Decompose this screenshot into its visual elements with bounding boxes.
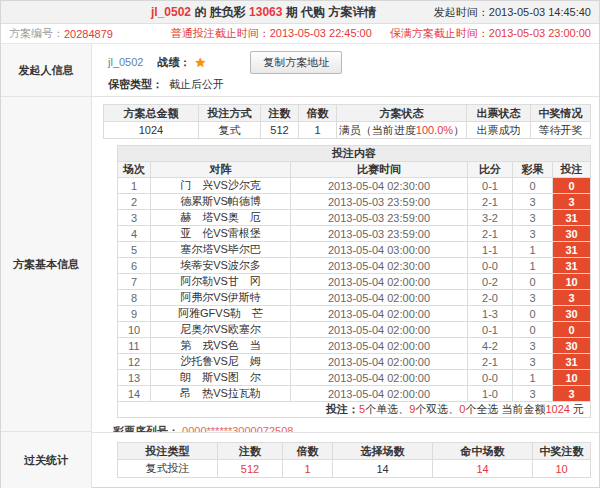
cell-time: 2013-05-04 02:00:00 — [291, 338, 468, 354]
bet-summary: 投注：5个单选、9个双选、0个全选 当前金额1024 元 — [118, 402, 591, 418]
cell-bet-count: 512 — [218, 460, 283, 478]
secrecy-type-value: 截止后公开 — [169, 77, 224, 92]
cell-seq: 3 — [118, 210, 151, 226]
cell-result: 3 — [513, 290, 553, 306]
issue-number: 13063 — [249, 5, 282, 19]
bet-content-title: 投注内容 — [118, 146, 591, 162]
cell-score: 0-1 — [468, 178, 513, 194]
table-header-row: 场次 对阵 比赛时间 比分 彩果 投注 — [118, 162, 591, 178]
cell-result: 0 — [513, 178, 553, 194]
table-row: 4亚 伦VS雷根堡2013-05-03 23:59:002-1330 — [118, 226, 591, 242]
cell-score: 2-1 — [468, 354, 513, 370]
cell-score: 0-1 — [468, 322, 513, 338]
cell-ticket-status: 出票成功 — [467, 122, 531, 139]
cell-bet: 31 — [553, 210, 591, 226]
cell-time: 2013-05-03 23:59:00 — [291, 194, 468, 210]
cell-score: 0-0 — [468, 258, 513, 274]
cell-match: 赫 塔VS奥 厄 — [151, 210, 291, 226]
cell-match: 埃蒂安VS波尔多 — [151, 258, 291, 274]
cell-result: 3 — [513, 338, 553, 354]
cell-time: 2013-05-04 03:00:00 — [291, 242, 468, 258]
header-match-time: 比赛时间 — [291, 162, 468, 178]
bet-rows: 1门 兴VS沙尔克2013-05-04 02:30:000-1002德累斯VS帕… — [118, 178, 591, 402]
cell-result: 3 — [513, 194, 553, 210]
cell-multiple: 1 — [283, 460, 333, 478]
cell-bet-type: 复式投注 — [118, 460, 218, 478]
cell-time: 2013-05-04 02:00:00 — [291, 274, 468, 290]
table-row: 9阿雅GFVS勒 芒2013-05-04 02:00:001-3030 — [118, 306, 591, 322]
status-text: 满员（当前进度 — [339, 124, 416, 136]
cell-time: 2013-05-04 02:30:00 — [291, 178, 468, 194]
scheme-info-bar: 方案编号： 20284879 普通投注截止时间：2013-05-03 22:45… — [1, 24, 599, 44]
amount-suffix: 元 — [570, 403, 584, 415]
header-hit-matches: 命中场数 — [433, 443, 533, 460]
basic-info-section: 方案总金额 投注方式 注数 倍数 方案状态 出票状态 中奖情况 1024 复式 … — [92, 97, 599, 432]
cell-seq: 6 — [118, 258, 151, 274]
cell-score: 1-0 — [468, 386, 513, 402]
cell-result: 1 — [513, 370, 553, 386]
cell-bet-count: 512 — [261, 122, 299, 139]
cell-score: 0-2 — [468, 274, 513, 290]
header-match-seq: 场次 — [118, 162, 151, 178]
table-row: 1门 兴VS沙尔克2013-05-04 02:30:000-100 — [118, 178, 591, 194]
table-summary-row: 投注：5个单选、9个双选、0个全选 当前金额1024 元 — [118, 402, 591, 418]
pass-stats-table: 投注类型 注数 倍数 选择场数 命中场数 中奖注数 复式投注 512 1 14 — [117, 442, 591, 478]
table-header-row: 方案总金额 投注方式 注数 倍数 方案状态 出票状态 中奖情况 — [104, 105, 591, 122]
cell-scheme-status: 满员（当前进度100.0%） — [337, 122, 467, 139]
cell-seq: 1 — [118, 178, 151, 194]
cell-bet: 10 — [553, 370, 591, 386]
cell-hit-matches: 14 — [433, 460, 533, 478]
pass-stats-section: 投注类型 注数 倍数 选择场数 命中场数 中奖注数 复式投注 512 1 14 — [92, 432, 599, 488]
cell-bet: 31 — [553, 354, 591, 370]
copy-scheme-url-button[interactable]: 复制方案地址 — [250, 51, 342, 74]
cell-match: 阿弗尔VS伊斯特 — [151, 290, 291, 306]
table-header-row: 投注类型 注数 倍数 选择场数 命中场数 中奖注数 — [118, 443, 591, 460]
table-row: 12沙托鲁VS尼 姆2013-05-04 02:00:002-1331 — [118, 354, 591, 370]
cell-seq: 4 — [118, 226, 151, 242]
cell-time: 2013-05-04 02:00:00 — [291, 322, 468, 338]
scheme-number: 20284879 — [64, 28, 113, 40]
page-title: jl_0502 的 胜负彩 13063 期 代购 方案详情 — [151, 4, 376, 21]
cell-match: 阿尔勒VS甘 冈 — [151, 274, 291, 290]
start-time: 发起时间：2013-05-03 14:45:40 — [434, 5, 599, 20]
ticket-serial-line: 彩票序列号： 0000******3000072508 — [113, 424, 591, 432]
header-result: 彩果 — [513, 162, 553, 178]
initiator-username-link[interactable]: jl_0502 — [108, 56, 143, 68]
initiator-username-title: jl_0502 — [151, 5, 191, 19]
cell-result: 3 — [513, 354, 553, 370]
cell-time: 2013-05-04 02:00:00 — [291, 354, 468, 370]
cell-match: 第 戎VS色 当 — [151, 338, 291, 354]
cell-result: 1 — [513, 258, 553, 274]
bet-content-wrap: 投注内容 场次 对阵 比赛时间 比分 彩果 投注 1门 兴VS沙尔克2013-0… — [117, 145, 591, 418]
current-amount: 1024 — [545, 403, 569, 415]
cell-seq: 14 — [118, 386, 151, 402]
cell-time: 2013-05-04 02:00:00 — [291, 306, 468, 322]
cell-time: 2013-05-03 23:59:00 — [291, 210, 468, 226]
bet-summary-label: 投注： — [326, 403, 359, 415]
cell-match: 塞尔塔VS毕尔巴 — [151, 242, 291, 258]
header-bet-count: 注数 — [218, 443, 283, 460]
table-row: 10尼奥尔VS欧塞尔2013-05-04 02:00:000-100 — [118, 322, 591, 338]
triples-suffix: 个全选 当前金额 — [465, 403, 545, 415]
title-text-suffix: 期 代购 方案详情 — [282, 5, 376, 19]
bet-content-table: 投注内容 场次 对阵 比赛时间 比分 彩果 投注 1门 兴VS沙尔克2013-0… — [117, 145, 591, 418]
table-row: 14昂 热VS拉瓦勒2013-05-04 02:00:001-033 — [118, 386, 591, 402]
sidebar-item-initiator-info: 发起人信息 — [1, 44, 91, 97]
cell-match: 阿雅GFVS勒 芒 — [151, 306, 291, 322]
header-ticket-status: 出票状态 — [467, 105, 531, 122]
cell-seq: 2 — [118, 194, 151, 210]
table-row: 2德累斯VS帕德博2013-05-03 23:59:002-133 — [118, 194, 591, 210]
cell-seq: 8 — [118, 290, 151, 306]
table-title-row: 投注内容 — [118, 146, 591, 162]
cell-match: 门 兴VS沙尔克 — [151, 178, 291, 194]
table-row: 7阿尔勒VS甘 冈2013-05-04 02:00:000-2010 — [118, 274, 591, 290]
cell-match: 尼奥尔VS欧塞尔 — [151, 322, 291, 338]
cell-prize-status: 等待开奖 — [531, 122, 591, 139]
cell-bet-method: 复式 — [199, 122, 261, 139]
header-matchup: 对阵 — [151, 162, 291, 178]
header-winning-bets: 中奖注数 — [533, 443, 591, 460]
header-multiple: 倍数 — [283, 443, 333, 460]
cell-bet: 31 — [553, 242, 591, 258]
cell-bet: 3 — [553, 194, 591, 210]
table-row: 13朗 斯VS图 尔2013-05-04 02:00:000-0110 — [118, 370, 591, 386]
